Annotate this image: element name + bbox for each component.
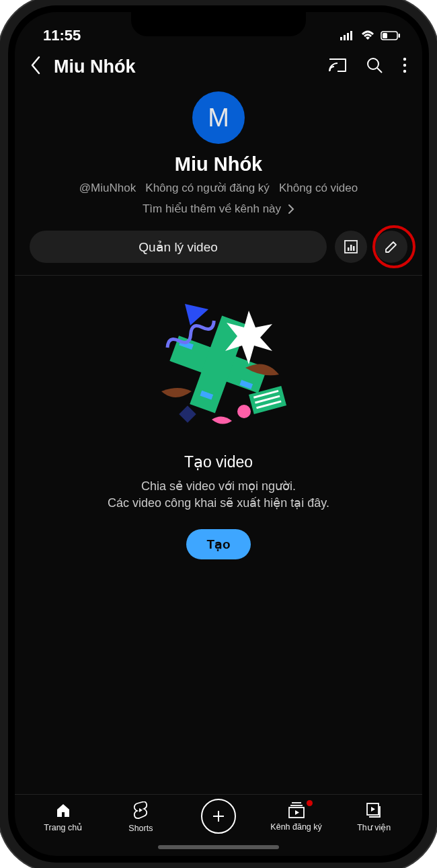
empty-description: Chia sẻ video với mọi người. Các video c…	[38, 478, 399, 512]
channel-videos: Không có video	[279, 182, 358, 194]
empty-illustration	[145, 290, 292, 438]
svg-rect-0	[340, 37, 342, 40]
status-time: 11:55	[43, 27, 81, 44]
nav-library-label: Thư viện	[357, 822, 391, 832]
status-right	[340, 27, 401, 44]
cellular-icon	[340, 27, 355, 44]
wifi-icon	[360, 27, 375, 44]
svg-rect-6	[399, 34, 401, 38]
create-button[interactable]: Tạo	[186, 529, 250, 559]
profile-section: M Miu Nhók @MiuNhok Không có người đăng …	[15, 87, 422, 231]
more-icon[interactable]	[402, 56, 407, 77]
svg-rect-5	[383, 33, 387, 38]
notification-dot	[307, 800, 313, 806]
home-icon	[54, 801, 72, 819]
subscriptions-icon	[287, 801, 306, 819]
divider	[15, 275, 422, 276]
screen: 11:55 Miu Nhók	[15, 12, 422, 856]
manage-videos-label: Quản lý video	[138, 239, 218, 255]
channel-handle: @MiuNhok	[79, 182, 136, 194]
empty-state: Tạo video Chia sẻ video với mọi người. C…	[15, 290, 422, 559]
nav-library[interactable]: Thư viện	[343, 801, 405, 832]
avatar[interactable]: M	[192, 91, 245, 144]
edit-button[interactable]	[375, 231, 407, 263]
avatar-letter: M	[208, 104, 229, 132]
svg-point-11	[403, 70, 406, 73]
plus-circle-icon	[201, 799, 236, 834]
create-button-label: Tạo	[206, 537, 230, 552]
learn-more-link[interactable]: Tìm hiểu thêm về kênh này	[143, 202, 294, 216]
svg-rect-2	[347, 33, 349, 40]
svg-rect-1	[344, 35, 346, 40]
svg-line-8	[377, 68, 382, 73]
svg-rect-14	[350, 245, 352, 251]
learn-more-label: Tìm hiểu thêm về kênh này	[143, 202, 281, 216]
empty-title: Tạo video	[38, 453, 399, 471]
analytics-button[interactable]	[335, 231, 367, 263]
svg-point-9	[403, 58, 406, 61]
nav-shorts[interactable]: Shorts	[110, 801, 171, 833]
page-title: Miu Nhók	[54, 56, 316, 77]
chevron-right-icon	[288, 204, 294, 214]
nav-shorts-label: Shorts	[128, 824, 153, 833]
search-icon[interactable]	[366, 56, 383, 77]
svg-rect-26	[179, 405, 196, 422]
home-indicator[interactable]	[158, 845, 279, 849]
svg-rect-3	[350, 31, 352, 40]
action-row: Quản lý video	[15, 231, 422, 275]
channel-name: Miu Nhók	[28, 153, 409, 175]
battery-icon	[381, 27, 401, 44]
nav-home-label: Trang chủ	[44, 822, 82, 832]
nav-create[interactable]	[188, 801, 249, 834]
cast-icon[interactable]	[328, 57, 347, 76]
svg-point-10	[403, 64, 406, 67]
library-icon	[365, 801, 383, 819]
channel-meta: @MiuNhok Không có người đăng ký Không có…	[28, 181, 409, 195]
phone-frame: 11:55 Miu Nhók	[8, 5, 429, 863]
svg-point-21	[237, 405, 251, 418]
app-header: Miu Nhók	[15, 47, 422, 87]
manage-videos-button[interactable]: Quản lý video	[30, 231, 327, 263]
channel-subs: Không có người đăng ký	[145, 182, 270, 194]
nav-subs-label: Kênh đăng ký	[270, 822, 321, 832]
svg-rect-13	[348, 247, 350, 251]
svg-rect-15	[353, 246, 355, 251]
analytics-icon	[344, 239, 358, 254]
nav-home[interactable]: Trang chủ	[32, 801, 94, 832]
back-button[interactable]	[30, 55, 42, 78]
svg-point-7	[368, 58, 379, 69]
nav-subscriptions[interactable]: Kênh đăng ký	[266, 801, 327, 832]
pencil-icon	[384, 239, 399, 254]
notch	[131, 12, 306, 36]
shorts-icon	[132, 801, 149, 820]
